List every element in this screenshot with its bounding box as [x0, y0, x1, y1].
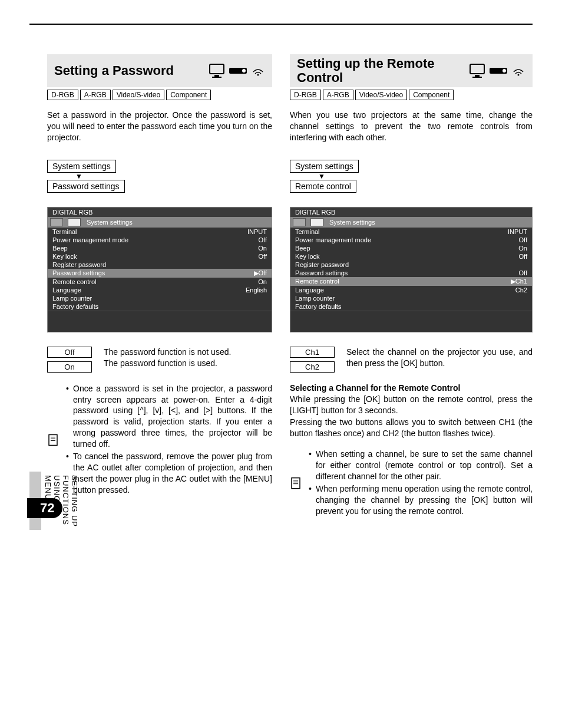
svg-point-14 [503, 69, 506, 73]
badge-drgb: D-RGB [47, 90, 78, 100]
menu-row: TerminalINPUT [48, 228, 272, 236]
menu-row: Factory defaults [290, 302, 532, 311]
menu-tab-label: System settings [87, 219, 133, 226]
menu-row: Register password [48, 261, 272, 269]
badge-argb: A-RGB [80, 90, 111, 100]
menu-tab [293, 218, 306, 226]
svg-point-4 [242, 69, 246, 73]
menu-row: BeepOn [48, 244, 272, 252]
right-title: Setting up the Remote Control [297, 57, 469, 85]
svg-rect-6 [49, 434, 57, 445]
badge-drgb: D-RGB [290, 90, 321, 100]
menu-row: LanguageCh2 [290, 286, 532, 294]
svg-rect-2 [212, 77, 222, 78]
menu-row: Lamp counter [290, 294, 532, 302]
badge-video: Video/S-video [355, 90, 408, 100]
left-nav-path: System settings ▼ Password settings [47, 160, 272, 193]
svg-rect-12 [472, 77, 482, 78]
menu-tab [50, 218, 63, 226]
svg-rect-1 [214, 75, 219, 77]
option-off: Off [47, 347, 92, 358]
menu-row: BeepOn [290, 244, 532, 252]
menu-title: DIGITAL RGB [48, 207, 272, 217]
left-notes: Once a password is set in the projector,… [47, 383, 272, 497]
svg-rect-0 [210, 64, 224, 74]
left-title: Setting a Password [54, 64, 174, 78]
svg-point-5 [257, 74, 259, 76]
menu-row: Key lockOff [48, 252, 272, 261]
svg-point-15 [518, 74, 520, 76]
svg-rect-16 [292, 478, 300, 489]
option-on: On [47, 361, 92, 373]
badge-video: Video/S-video [113, 90, 165, 100]
right-intro: When you use two projectors at the same … [290, 110, 533, 143]
menu-row: Power management modeOff [48, 236, 272, 244]
header-icons [469, 63, 525, 78]
right-nav-path: System settings ▼ Remote control [290, 160, 533, 193]
right-subpara1: While pressing the [OK] button on the re… [290, 394, 533, 416]
signal-icon [251, 64, 265, 78]
nav-to: Remote control [290, 180, 356, 193]
right-subhead: Selecting a Channel for the Remote Contr… [290, 383, 533, 393]
left-badges: D-RGB A-RGB Video/S-video Component [47, 90, 272, 100]
menu-row: LanguageEnglish [48, 286, 272, 294]
menu-row: Password settings▶Off [48, 269, 272, 278]
menu-row: Factory defaults [48, 302, 272, 311]
right-menu-screenshot: DIGITAL RGB System settings TerminalINPU… [290, 207, 533, 332]
left-intro: Set a password in the projector. Once th… [47, 110, 272, 143]
svg-rect-10 [470, 64, 484, 74]
header-icons [209, 63, 265, 78]
nav-to: Password settings [47, 180, 125, 193]
page-number: 72 [27, 498, 62, 518]
menu-tab-label: System settings [329, 219, 375, 226]
menu-footer [290, 311, 532, 332]
right-options: Ch1 Ch2 Select the channel on the projec… [290, 347, 533, 373]
nav-from: System settings [290, 160, 359, 173]
menu-tabs: System settings [290, 217, 532, 228]
badge-component: Component [409, 90, 454, 100]
right-subpara2: Pressing the two buttons allows you to s… [290, 417, 533, 439]
menu-row: Remote control▶Ch1 [290, 277, 532, 286]
nav-from: System settings [47, 160, 116, 173]
left-menu-screenshot: DIGITAL RGB System settings TerminalINPU… [47, 207, 272, 332]
signal-icon [511, 64, 525, 78]
monitor-icon [469, 63, 487, 78]
menu-row: Password settingsOff [290, 269, 532, 277]
menu-row: Remote controlOn [48, 278, 272, 286]
note-item: When setting a channel, be sure to set t… [309, 449, 533, 482]
note-item: When performing menu operation using the… [309, 483, 533, 517]
option-ch1: Ch1 [290, 347, 335, 358]
menu-tab-active [68, 218, 81, 226]
menu-row: Lamp counter [48, 294, 272, 302]
right-notes: When setting a channel, be sure to set t… [290, 449, 533, 518]
header-rule [29, 24, 533, 25]
svg-rect-11 [475, 75, 480, 77]
menu-row: Register password [290, 261, 532, 269]
menu-row: Key lockOff [290, 252, 532, 261]
nav-arrow-icon: ▼ [290, 173, 325, 180]
right-section-header: Setting up the Remote Control [290, 54, 533, 87]
menu-row: Power management modeOff [290, 236, 532, 244]
menu-tab-active [310, 218, 323, 226]
menu-title: DIGITAL RGB [290, 207, 532, 217]
badge-component: Component [166, 90, 211, 100]
projector-icon [229, 65, 249, 76]
monitor-icon [209, 63, 226, 78]
option-off-desc: The password function is not used. [104, 347, 272, 358]
right-badges: D-RGB A-RGB Video/S-video Component [290, 90, 533, 100]
menu-tabs: System settings [48, 217, 272, 228]
nav-arrow-icon: ▼ [47, 173, 82, 180]
option-on-desc: The password function is used. [104, 358, 272, 369]
option-ch2: Ch2 [290, 361, 335, 373]
note-icon [290, 449, 303, 518]
note-item: To cancel the password, remove the power… [66, 451, 272, 496]
left-section-header: Setting a Password [47, 54, 272, 87]
menu-row: TerminalINPUT [290, 228, 532, 236]
option-ch-desc: Select the channel on the projector you … [346, 347, 533, 369]
left-options: Off On The password function is not used… [47, 347, 272, 373]
badge-argb: A-RGB [323, 90, 353, 100]
menu-footer [48, 311, 272, 332]
note-item: Once a password is set in the projector,… [66, 383, 272, 450]
projector-icon [489, 65, 509, 76]
